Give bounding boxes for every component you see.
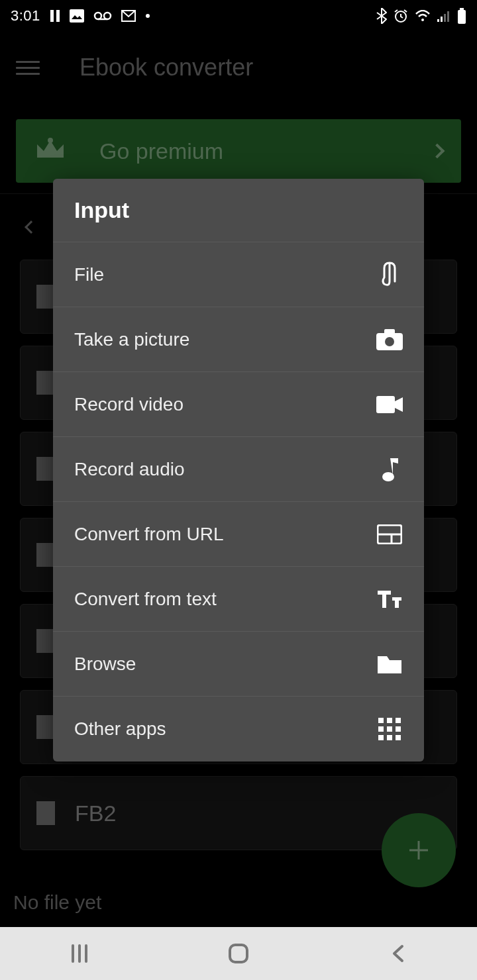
svg-point-11 bbox=[421, 19, 424, 21]
voicemail-icon bbox=[93, 11, 112, 21]
menu-icon[interactable] bbox=[16, 61, 40, 75]
attachment-icon bbox=[376, 262, 403, 288]
crown-icon bbox=[34, 138, 66, 164]
input-option-audio[interactable]: Record audio bbox=[53, 437, 424, 502]
svg-rect-1 bbox=[56, 10, 60, 22]
battery-icon bbox=[457, 8, 466, 24]
app-body: Ebook converter Go premium FB2 No file y… bbox=[0, 32, 477, 927]
chevron-right-icon bbox=[430, 144, 445, 159]
svg-rect-29 bbox=[396, 718, 401, 723]
mail-icon bbox=[121, 10, 136, 22]
dialog-title: Input bbox=[53, 179, 424, 242]
alarm-icon bbox=[394, 9, 408, 23]
svg-rect-20 bbox=[384, 329, 395, 334]
svg-rect-14 bbox=[444, 14, 446, 22]
grid-icon bbox=[376, 716, 403, 742]
plus-icon bbox=[409, 841, 428, 859]
svg-rect-16 bbox=[460, 8, 464, 10]
input-option-camera[interactable]: Take a picture bbox=[53, 307, 424, 372]
recents-button[interactable] bbox=[53, 927, 106, 980]
pause-icon bbox=[50, 10, 60, 22]
file-icon bbox=[36, 285, 55, 309]
svg-rect-31 bbox=[387, 726, 392, 732]
svg-rect-30 bbox=[378, 726, 384, 732]
file-icon bbox=[36, 371, 55, 395]
svg-line-9 bbox=[395, 10, 398, 12]
svg-rect-35 bbox=[396, 735, 401, 740]
status-bar: 3:01 bbox=[0, 0, 477, 32]
input-option-video[interactable]: Record video bbox=[53, 372, 424, 437]
web-icon bbox=[376, 521, 403, 548]
svg-rect-15 bbox=[447, 11, 449, 22]
svg-rect-17 bbox=[458, 10, 466, 24]
file-icon bbox=[36, 543, 55, 567]
system-nav-bar bbox=[0, 927, 477, 980]
svg-rect-0 bbox=[50, 10, 54, 22]
input-dialog: Input File Take a picture Record video R… bbox=[53, 179, 424, 761]
add-fab[interactable] bbox=[382, 813, 456, 887]
file-icon bbox=[36, 457, 55, 481]
svg-point-7 bbox=[146, 14, 150, 18]
svg-rect-12 bbox=[437, 19, 439, 22]
input-option-file[interactable]: File bbox=[53, 242, 424, 307]
input-option-other-apps[interactable]: Other apps bbox=[53, 697, 424, 761]
input-option-text[interactable]: Convert from text bbox=[53, 567, 424, 632]
back-button[interactable] bbox=[371, 927, 424, 980]
svg-point-3 bbox=[95, 13, 101, 19]
premium-label: Go premium bbox=[99, 138, 432, 164]
wifi-icon bbox=[415, 10, 431, 22]
signal-icon bbox=[437, 10, 450, 22]
empty-state-label: No file yet bbox=[0, 878, 115, 927]
svg-line-10 bbox=[404, 10, 407, 12]
svg-point-23 bbox=[382, 472, 394, 481]
home-button[interactable] bbox=[212, 927, 265, 980]
app-title: Ebook converter bbox=[80, 54, 253, 81]
svg-point-18 bbox=[48, 138, 53, 143]
svg-rect-32 bbox=[396, 726, 401, 732]
folder-icon bbox=[376, 651, 403, 677]
input-option-browse[interactable]: Browse bbox=[53, 632, 424, 697]
file-icon bbox=[36, 629, 55, 653]
clock: 3:01 bbox=[11, 7, 40, 24]
dot-icon bbox=[145, 13, 150, 19]
svg-point-4 bbox=[104, 13, 111, 19]
image-icon bbox=[70, 9, 84, 23]
premium-banner[interactable]: Go premium bbox=[16, 119, 461, 183]
file-icon bbox=[36, 801, 55, 825]
input-option-url[interactable]: Convert from URL bbox=[53, 502, 424, 567]
toolbar: Ebook converter bbox=[0, 32, 477, 103]
svg-rect-2 bbox=[70, 9, 84, 23]
music-note-icon bbox=[376, 456, 403, 483]
svg-rect-28 bbox=[387, 718, 392, 723]
text-format-icon bbox=[376, 586, 403, 612]
camera-icon bbox=[376, 326, 403, 353]
svg-rect-22 bbox=[376, 396, 395, 413]
chevron-left-icon bbox=[25, 220, 38, 234]
svg-rect-33 bbox=[378, 735, 384, 740]
file-icon bbox=[36, 715, 55, 739]
svg-rect-34 bbox=[387, 735, 392, 740]
svg-point-21 bbox=[385, 337, 394, 346]
svg-rect-13 bbox=[441, 17, 443, 22]
video-icon bbox=[376, 391, 403, 418]
svg-rect-39 bbox=[230, 945, 247, 962]
bluetooth-icon bbox=[376, 8, 387, 24]
svg-rect-27 bbox=[378, 718, 384, 723]
